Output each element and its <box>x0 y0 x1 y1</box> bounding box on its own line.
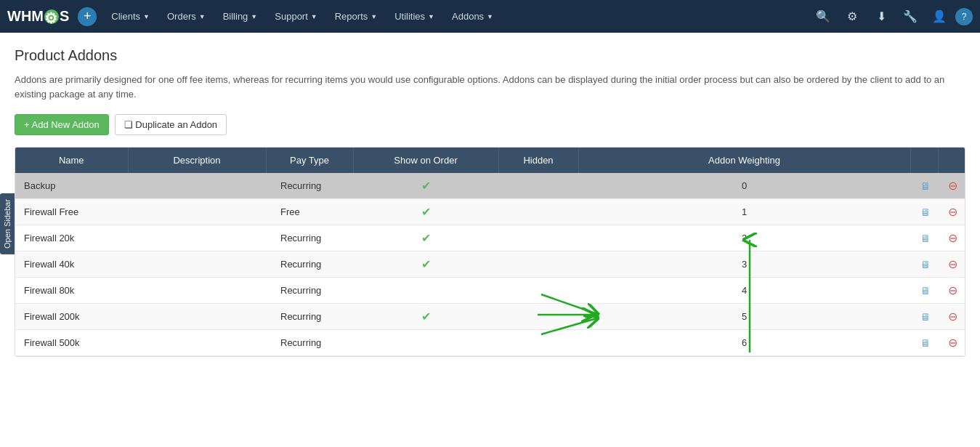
checkmark-icon: ✔ <box>421 310 431 323</box>
addons-table-container: Name Description Pay Type Show on Order … <box>15 147 965 357</box>
checkmark-icon: ✔ <box>421 258 431 270</box>
nav-clients[interactable]: Clients ▼ <box>104 0 157 33</box>
description-text: Addons are primarily designed for one of… <box>15 73 965 101</box>
main-content: Product Addons Addons are primarily desi… <box>0 33 980 447</box>
settings-button[interactable]: ⚙ <box>839 4 865 30</box>
nav-utilities[interactable]: Utilities ▼ <box>387 0 442 33</box>
cell-delete-action[interactable]: ⊖ <box>938 304 965 330</box>
delete-icon[interactable]: ⊖ <box>948 310 957 323</box>
delete-icon[interactable]: ⊖ <box>948 206 957 218</box>
col-header-weighting: Addon Weighting <box>578 148 910 173</box>
top-navigation: WHM ⚙ S + Clients ▼ Orders ▼ Billing ▼ S… <box>0 0 980 33</box>
quick-add-button[interactable]: + <box>78 7 97 26</box>
cell-delete-action[interactable]: ⊖ <box>938 199 965 225</box>
cell-showonorder: ✔ <box>353 251 498 278</box>
nav-addons[interactable]: Addons ▼ <box>445 0 501 33</box>
cell-hidden <box>498 251 578 278</box>
col-header-paytype: Pay Type <box>266 148 353 173</box>
tools-button[interactable]: 🔧 <box>897 4 923 30</box>
download-button[interactable]: ⬇ <box>868 4 894 30</box>
cell-edit-action[interactable]: 🖥 <box>910 304 938 330</box>
cell-description <box>128 225 266 251</box>
cell-showonorder: ✔ <box>353 304 498 330</box>
help-button[interactable]: ? <box>955 8 973 25</box>
cell-name: Firewall Free <box>15 199 128 225</box>
table-row: Firewall Free Free ✔ 1 🖥 ⊖ <box>15 199 965 225</box>
cell-weighting: 3 <box>578 251 910 278</box>
edit-icon[interactable]: 🖥 <box>920 311 931 323</box>
user-profile-button[interactable]: 👤 <box>926 4 952 30</box>
orders-arrow-icon: ▼ <box>199 13 206 20</box>
cell-edit-action[interactable]: 🖥 <box>910 173 938 199</box>
cell-paytype: Recurring <box>266 330 353 356</box>
nav-billing[interactable]: Billing ▼ <box>216 0 265 33</box>
action-buttons: + Add New Addon ❏ Duplicate an Addon <box>15 114 965 135</box>
col-header-description: Description <box>128 148 266 173</box>
col-header-showonorder: Show on Order <box>353 148 498 173</box>
delete-icon[interactable]: ⊖ <box>948 180 957 192</box>
nav-reports[interactable]: Reports ▼ <box>328 0 384 33</box>
edit-icon[interactable]: 🖥 <box>920 337 931 349</box>
checkmark-icon: ✔ <box>421 180 431 192</box>
nav-right-icons: 🔍 ⚙ ⬇ 🔧 👤 ? <box>810 4 973 30</box>
edit-icon[interactable]: 🖥 <box>920 180 931 192</box>
table-row: Backup Recurring ✔ 0 🖥 ⊖ <box>15 173 965 199</box>
search-button[interactable]: 🔍 <box>810 4 836 30</box>
col-header-action1 <box>910 148 938 173</box>
cell-paytype: Recurring <box>266 251 353 278</box>
delete-icon[interactable]: ⊖ <box>948 337 957 349</box>
table-header-row: Name Description Pay Type Show on Order … <box>15 148 965 173</box>
cell-delete-action[interactable]: ⊖ <box>938 330 965 356</box>
nav-support[interactable]: Support ▼ <box>267 0 324 33</box>
cell-edit-action[interactable]: 🖥 <box>910 225 938 251</box>
cell-hidden <box>498 173 578 199</box>
cell-weighting: 6 <box>578 330 910 356</box>
cell-edit-action[interactable]: 🖥 <box>910 199 938 225</box>
utilities-arrow-icon: ▼ <box>428 13 434 20</box>
cell-hidden <box>498 330 578 356</box>
edit-icon[interactable]: 🖥 <box>920 206 931 218</box>
cell-description <box>128 199 266 225</box>
checkmark-icon: ✔ <box>421 232 431 244</box>
cell-delete-action[interactable]: ⊖ <box>938 278 965 304</box>
cell-name: Backup <box>15 173 128 199</box>
cell-description <box>128 251 266 278</box>
support-arrow-icon: ▼ <box>311 13 317 20</box>
logo-text: WHM <box>7 8 44 25</box>
cell-edit-action[interactable]: 🖥 <box>910 251 938 278</box>
cell-description <box>128 278 266 304</box>
table-row: Firewall 500k Recurring 6 🖥 ⊖ <box>15 330 965 356</box>
edit-icon[interactable]: 🖥 <box>920 259 931 270</box>
cell-delete-action[interactable]: ⊖ <box>938 225 965 251</box>
cell-paytype: Recurring <box>266 278 353 304</box>
cell-delete-action[interactable]: ⊖ <box>938 173 965 199</box>
cell-edit-action[interactable]: 🖥 <box>910 278 938 304</box>
sidebar-toggle[interactable]: Open Sidebar <box>0 193 15 254</box>
cell-hidden <box>498 225 578 251</box>
addons-arrow-icon: ▼ <box>487 13 493 20</box>
nav-orders[interactable]: Orders ▼ <box>160 0 213 33</box>
cell-paytype: Free <box>266 199 353 225</box>
cell-name: Firewall 20k <box>15 225 128 251</box>
logo-text2: S <box>60 8 69 25</box>
cell-description <box>128 304 266 330</box>
add-new-addon-button[interactable]: + Add New Addon <box>15 114 109 135</box>
cell-showonorder <box>353 278 498 304</box>
cell-weighting: 4 <box>578 278 910 304</box>
cell-name: Firewall 200k <box>15 304 128 330</box>
delete-icon[interactable]: ⊖ <box>948 258 957 270</box>
cell-weighting: 2 <box>578 225 910 251</box>
cell-delete-action[interactable]: ⊖ <box>938 251 965 278</box>
delete-icon[interactable]: ⊖ <box>948 284 957 297</box>
cell-name: Firewall 80k <box>15 278 128 304</box>
duplicate-addon-button[interactable]: ❏ Duplicate an Addon <box>115 114 227 135</box>
delete-icon[interactable]: ⊖ <box>948 232 957 244</box>
table-row: Firewall 40k Recurring ✔ 3 🖥 ⊖ <box>15 251 965 278</box>
cell-weighting: 0 <box>578 173 910 199</box>
reports-arrow-icon: ▼ <box>370 13 377 20</box>
logo: WHM ⚙ S <box>7 8 69 25</box>
cell-edit-action[interactable]: 🖥 <box>910 330 938 356</box>
edit-icon[interactable]: 🖥 <box>920 285 931 297</box>
table-row: Firewall 80k Recurring 4 🖥 ⊖ <box>15 278 965 304</box>
edit-icon[interactable]: 🖥 <box>920 233 931 244</box>
